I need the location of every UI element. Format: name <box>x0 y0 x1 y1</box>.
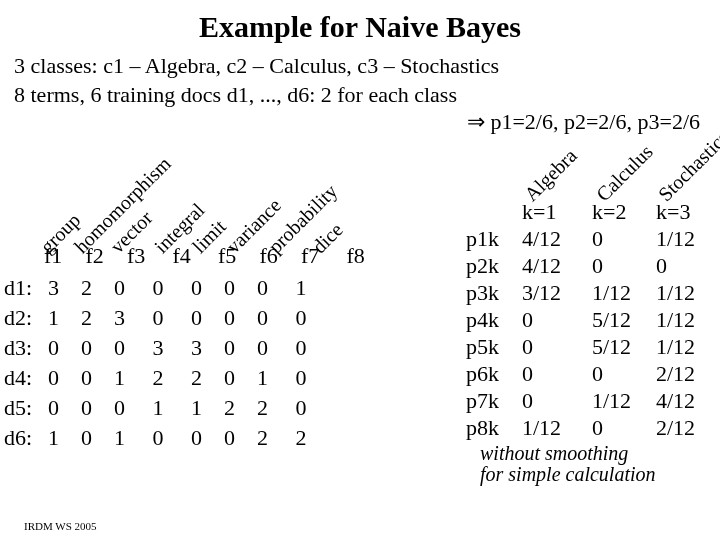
intro-line-2: 8 terms, 6 training docs d1, ..., d6: 2 … <box>14 81 706 110</box>
f-label-4: f4 <box>173 243 213 269</box>
class-label-algebra: Algebra <box>520 144 582 206</box>
class-label-calculus: Calculus <box>592 140 658 206</box>
doc-label: d5: <box>4 393 32 423</box>
doc-label: d1: <box>4 273 32 303</box>
p-labels-col: p1k p2k p3k p4k p5k p6k p7k p8k <box>466 225 499 441</box>
k-label-3: k=3 <box>656 199 690 225</box>
f-label-3: f3 <box>127 243 167 269</box>
note-line-1: without smoothing <box>480 443 656 464</box>
class-label-stochastics: Stochastics <box>654 126 720 206</box>
f-label-2: f2 <box>86 243 122 269</box>
p-label: p2k <box>466 252 499 279</box>
f-headers: f1 f2 f3 f4 f5 f6 f7 f8 <box>44 243 383 269</box>
freq-table: 3 2 0 0 0 0 0 1 1 2 3 0 0 0 0 0 0 0 0 3 … <box>48 273 307 453</box>
doc-labels-col: d1: d2: d3: d4: d5: d6: <box>4 273 32 453</box>
prior-line: ⇒ p1=2/6, p2=2/6, p3=2/6 <box>0 109 720 135</box>
k-label-2: k=2 <box>592 199 626 225</box>
p-label: p8k <box>466 414 499 441</box>
page-title: Example for Naive Bayes <box>0 0 720 44</box>
prior-values: p1=2/6, p2=2/6, p3=2/6 <box>490 109 700 134</box>
f-label-8: f8 <box>347 243 383 269</box>
intro-block: 3 classes: c1 – Algebra, c2 – Calculus, … <box>0 44 720 109</box>
footer: IRDM WS 2005 <box>24 520 97 532</box>
p-label: p1k <box>466 225 499 252</box>
intro-line-1: 3 classes: c1 – Algebra, c2 – Calculus, … <box>14 52 706 81</box>
p-label: p3k <box>466 279 499 306</box>
k3-col: 1/12 0 1/12 1/12 1/12 2/12 4/12 2/12 <box>656 225 695 441</box>
note: without smoothing for simple calculation <box>480 443 656 485</box>
doc-label: d4: <box>4 363 32 393</box>
k1-col: 4/12 4/12 3/12 0 0 0 0 1/12 <box>522 225 561 441</box>
f-label-5: f5 <box>218 243 254 269</box>
arrow-icon: ⇒ <box>467 109 485 134</box>
f-label-7: f7 <box>301 243 341 269</box>
doc-label: d2: <box>4 303 32 333</box>
p-label: p6k <box>466 360 499 387</box>
doc-label: d3: <box>4 333 32 363</box>
p-label: p5k <box>466 333 499 360</box>
f-label-1: f1 <box>44 243 80 269</box>
note-line-2: for simple calculation <box>480 464 656 485</box>
f-label-6: f6 <box>260 243 296 269</box>
k-label-1: k=1 <box>522 199 556 225</box>
p-label: p4k <box>466 306 499 333</box>
doc-label: d6: <box>4 423 32 453</box>
k2-col: 0 0 1/12 5/12 5/12 0 1/12 0 <box>592 225 631 441</box>
content-area: group homomorphism vector integral limit… <box>0 135 720 485</box>
p-label: p7k <box>466 387 499 414</box>
